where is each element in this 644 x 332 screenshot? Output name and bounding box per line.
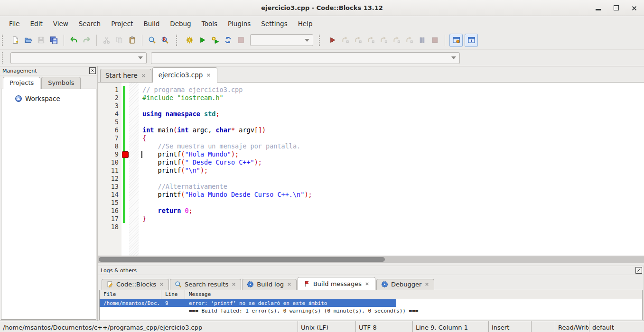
tab-close-icon[interactable]	[206, 73, 211, 78]
build-button[interactable]	[183, 34, 196, 46]
code-text: //Se muestra un mensaje por pantalla.	[139, 142, 644, 150]
new-file-button[interactable]	[9, 34, 22, 46]
management-title: Management	[2, 68, 37, 74]
code-line-3: 3	[98, 102, 644, 110]
menu-edit[interactable]: Edit	[25, 18, 48, 29]
toolbar-grip[interactable]	[2, 52, 6, 64]
code-area: 1// programa ejercicio3.cpp2#include "io…	[98, 83, 644, 231]
save-icon	[37, 36, 45, 44]
management-tab-projects[interactable]: Projects	[3, 77, 40, 89]
menu-project[interactable]: Project	[106, 18, 138, 29]
build-target-combo[interactable]	[250, 34, 313, 46]
fold-cell	[129, 215, 139, 223]
column-header-line[interactable]: Line	[161, 290, 185, 299]
column-header-message[interactable]: Message	[185, 290, 642, 299]
management-close-button[interactable]	[89, 67, 96, 74]
change-marker	[121, 134, 129, 142]
tab-close-icon[interactable]	[364, 281, 370, 286]
fold-cell	[129, 94, 139, 102]
tab-close-icon[interactable]	[287, 282, 292, 287]
code-text: printf("\n");	[139, 166, 644, 175]
code-line-13: 13 //Alternativamente	[98, 183, 644, 191]
code-text: printf("Hola Mundo");	[139, 150, 644, 158]
menu-view[interactable]: View	[48, 18, 74, 29]
scrollbar-thumb[interactable]	[99, 257, 385, 262]
symbol-combo[interactable]	[151, 52, 460, 64]
line-number: 2	[98, 94, 121, 102]
build-and-run-button[interactable]	[209, 34, 222, 46]
save-all-button[interactable]	[47, 34, 60, 46]
tree-item-workspace[interactable]: Workspace	[1, 89, 96, 102]
tab-close-icon[interactable]	[424, 282, 429, 287]
management-tab-symbols[interactable]: Symbols	[41, 77, 81, 89]
toolbar-grip[interactable]	[2, 35, 6, 46]
build-messages-table: FileLineMessage /home/msantos/Doc...9err…	[99, 290, 643, 320]
stop-debugger-button	[429, 34, 441, 46]
paste-button[interactable]	[126, 34, 139, 46]
menu-debug[interactable]: Debug	[165, 18, 196, 29]
table-header: FileLineMessage	[100, 290, 642, 299]
logs-tab-code-blocks[interactable]: Code::Blocks	[102, 279, 169, 290]
next-instruction-button	[390, 34, 403, 46]
run-icon	[198, 36, 206, 44]
close-button[interactable]	[631, 5, 637, 11]
find-button[interactable]	[146, 34, 159, 46]
replace-button[interactable]: R	[159, 34, 171, 46]
gear-ball-icon	[247, 281, 254, 288]
various-info-button[interactable]: i	[465, 34, 478, 47]
toolbar-grip[interactable]	[319, 35, 323, 46]
rebuild-button[interactable]	[222, 34, 234, 46]
logs-tab-build-log[interactable]: Build log	[242, 279, 297, 290]
change-marker	[121, 94, 129, 102]
build-message-row[interactable]: === Build failed: 1 error(s), 0 warning(…	[100, 307, 642, 314]
code-line-2: 2#include "iostream.h"	[98, 94, 644, 102]
scope-combo[interactable]	[10, 52, 147, 64]
tab-close-icon[interactable]	[159, 282, 164, 287]
minimize-button[interactable]	[595, 5, 601, 11]
logs-tab-debugger[interactable]: Debugger	[376, 279, 434, 290]
logs-close-button[interactable]	[635, 267, 642, 274]
toolbar-separator	[64, 35, 64, 46]
editor-tab-ejercicio3-cpp[interactable]: ejercicio3.cpp	[152, 67, 218, 83]
build-message-row[interactable]: /home/msantos/Doc...9error: ‘printf’ no …	[100, 299, 396, 307]
menu-search[interactable]: Search	[74, 18, 106, 29]
debug-continue-button[interactable]	[326, 34, 339, 46]
editor-tab-start-here[interactable]: Start here	[100, 69, 151, 82]
dbg-info-icon: i	[467, 36, 476, 44]
horizontal-scrollbar[interactable]	[98, 256, 644, 263]
copy-button	[113, 34, 126, 46]
tab-label: ejercicio3.cpp	[159, 71, 203, 79]
fold-cell	[129, 118, 139, 126]
redo-icon	[83, 36, 91, 44]
logs-tab-build-messages[interactable]: Build messages	[298, 277, 375, 290]
editor-column: Start hereejercicio3.cpp 1// programa ej…	[98, 66, 644, 321]
minimize-icon	[596, 9, 601, 10]
menu-help[interactable]: Help	[293, 18, 318, 29]
workspace-icon	[15, 95, 22, 102]
toolbar-grip[interactable]	[176, 35, 180, 46]
code-text: }	[139, 215, 644, 223]
undo-button[interactable]	[67, 34, 80, 46]
logs-tab-search-results[interactable]: Search results	[170, 279, 241, 290]
run-button[interactable]	[196, 34, 209, 46]
menu-file[interactable]: File	[4, 18, 25, 29]
line-number: 18	[98, 223, 121, 231]
tab-close-icon[interactable]	[231, 282, 236, 287]
maximize-button[interactable]	[613, 5, 619, 11]
menu-settings[interactable]: Settings	[256, 18, 292, 29]
menu-plugins[interactable]: Plugins	[223, 18, 256, 29]
code-text: using namespace std;	[139, 110, 644, 118]
menu-tools[interactable]: Tools	[196, 18, 223, 29]
menu-build[interactable]: Build	[138, 18, 165, 29]
fold-cell	[129, 183, 139, 191]
fold-cell	[129, 134, 139, 142]
open-button[interactable]	[22, 34, 35, 46]
code-editor[interactable]: 1// programa ejercicio3.cpp2#include "io…	[98, 82, 644, 256]
fold-cell	[129, 150, 139, 158]
tab-close-icon[interactable]	[141, 73, 146, 78]
debugging-windows-button[interactable]	[449, 34, 463, 47]
column-header-file[interactable]: File	[100, 290, 161, 299]
line-number: 14	[98, 191, 121, 199]
text-caret	[141, 151, 142, 158]
change-marker	[121, 166, 129, 175]
